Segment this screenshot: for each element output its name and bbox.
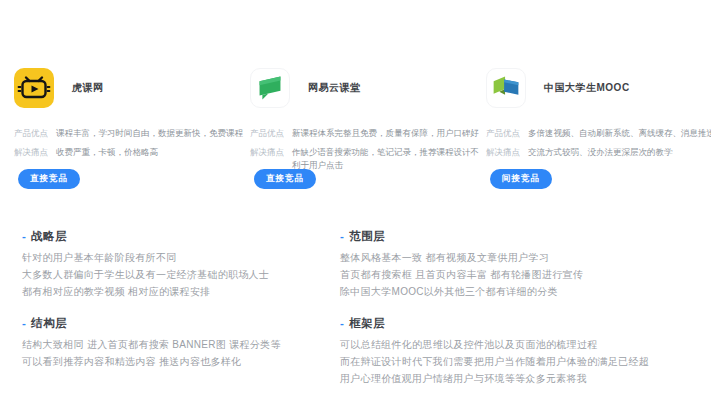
section-line: 可以看到推荐内容和精选内容 推送内容也多样化 [22,353,340,370]
section-line: 用户心理价值观用户情绪用户与环境等等众多元素将我 [340,370,694,387]
china-university-mooc-logo-icon [486,68,526,108]
product-card-netease: 网易云课堂 产品优点 新课程体系完整且免费，质量有保障，用户口碑好 解决痛点 作… [250,68,486,173]
product-header: 网易云课堂 [250,68,486,108]
section-title: 范围层 [349,230,385,242]
pains-label: 解决痛点 [486,146,520,160]
pros-text: 新课程体系完整且免费，质量有保障，用户口碑好 [292,127,486,141]
section-line: 除中国大学MOOC以外其他三个都有详细的分类 [340,283,694,300]
competitor-type-badge[interactable]: 直接竞品 [254,169,316,189]
product-name: 中国大学生MOOC [544,81,630,95]
pros-text: 课程丰富，学习时间自由，数据更新快，免费课程 [56,127,250,141]
competitive-analysis-page: 虎课网 产品优点 课程丰富，学习时间自由，数据更新快，免费课程 解决痛点 收费严… [0,0,711,400]
section-title-row: -框架层 [340,316,694,331]
pains-text: 作缺少语音搜索功能，笔记记录，推荐课程设计不利于用户点击 [292,146,486,173]
section-title-row: -战略层 [22,229,340,244]
section-title: 战略层 [31,230,67,242]
pros-label: 产品优点 [486,127,520,141]
pains-label: 解决痛点 [14,146,48,160]
product-card-mooc: 中国大学生MOOC 产品优点 多倍速视频、自动刷新系统、离线缓存、消息推送 解决… [486,68,711,159]
dash-bullet-icon: - [340,230,344,242]
section-line: 首页都有搜索框 且首页内容丰富 都有轮播图进行宣传 [340,266,694,283]
netease-cloud-classroom-logo-icon [250,68,290,108]
product-header: 中国大学生MOOC [486,68,711,108]
section-line: 可以总结组件化的思维以及控件池以及页面池的梳理过程 [340,336,694,353]
product-pros-row: 产品优点 课程丰富，学习时间自由，数据更新快，免费课程 [14,127,250,141]
analysis-grid: -战略层 针对的用户基本年龄阶段有所不同 大多数人群偏向于学生以及有一定经济基础… [22,229,694,387]
pains-text: 收费严重，卡顿，价格略高 [56,146,250,160]
product-pains-row: 解决痛点 收费严重，卡顿，价格略高 [14,146,250,160]
section-line: 都有相对应的教学视频 相对应的课程安排 [22,283,340,300]
product-name: 网易云课堂 [308,81,361,95]
section-line: 而在辩证设计时代下我们需要把用户当作随着用户体验的满足已经超 [340,353,694,370]
product-pros-row: 产品优点 多倍速视频、自动刷新系统、离线缓存、消息推送 [486,127,711,141]
section-line: 整体风格基本一致 都有视频及文章供用户学习 [340,249,694,266]
analysis-section-structure: -结构层 结构大致相同 进入首页都有搜索 BANNER图 课程分类等 可以看到推… [22,316,340,370]
analysis-section-scope: -范围层 整体风格基本一致 都有视频及文章供用户学习 首页都有搜索框 且首页内容… [340,229,694,300]
competitor-type-badge[interactable]: 间接竞品 [490,169,552,189]
pros-label: 产品优点 [14,127,48,141]
pros-text: 多倍速视频、自动刷新系统、离线缓存、消息推送 [528,127,711,141]
product-header: 虎课网 [14,68,250,108]
product-pros-row: 产品优点 新课程体系完整且免费，质量有保障，用户口碑好 [250,127,486,141]
product-card-hukewang: 虎课网 产品优点 课程丰富，学习时间自由，数据更新快，免费课程 解决痛点 收费严… [14,68,250,159]
analysis-section-strategy: -战略层 针对的用户基本年龄阶段有所不同 大多数人群偏向于学生以及有一定经济基础… [22,229,340,300]
competitor-type-badge[interactable]: 直接竞品 [18,169,80,189]
dash-bullet-icon: - [22,230,26,242]
product-name: 虎课网 [72,81,104,95]
hukewang-logo-icon [14,68,54,108]
section-line: 结构大致相同 进入首页都有搜索 BANNER图 课程分类等 [22,336,340,353]
dash-bullet-icon: - [340,317,344,329]
pains-text: 交流方式较弱、没办法更深层次的教学 [528,146,711,160]
section-line: 针对的用户基本年龄阶段有所不同 [22,249,340,266]
section-title-row: -范围层 [340,229,694,244]
section-line: 大多数人群偏向于学生以及有一定经济基础的职场人士 [22,266,340,283]
product-pains-row: 解决痛点 交流方式较弱、没办法更深层次的教学 [486,146,711,160]
section-title: 框架层 [349,317,385,329]
dash-bullet-icon: - [22,317,26,329]
section-title: 结构层 [31,317,67,329]
analysis-section-framework: -框架层 可以总结组件化的思维以及控件池以及页面池的梳理过程 而在辩证设计时代下… [340,316,694,387]
section-title-row: -结构层 [22,316,340,331]
pros-label: 产品优点 [250,127,284,141]
